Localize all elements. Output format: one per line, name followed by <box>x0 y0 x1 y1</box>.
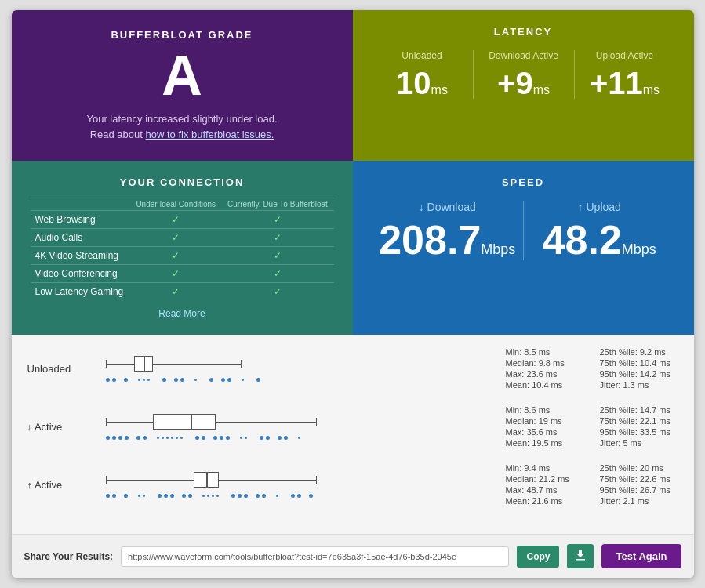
dot <box>278 436 282 440</box>
read-more-link[interactable]: Read More <box>31 308 334 319</box>
dot <box>266 436 270 440</box>
dot <box>238 494 242 498</box>
dot <box>147 379 150 381</box>
latency-columns: Unloaded 10ms Download Active +9ms Uploa… <box>372 50 675 99</box>
speed-upload: ↑ Upload 48.2Mbps <box>523 201 675 260</box>
connection-table: Under Ideal Conditions Currently, Due To… <box>31 198 334 300</box>
stat-jitter: Jitter: 2.1 ms <box>600 496 678 506</box>
stat-info-left: Min: 8.5 ms Median: 9.8 ms Max: 23.6 ms … <box>506 347 584 390</box>
speed-title: SPEED <box>502 176 544 188</box>
stat-p75: 75th %ile: 22.6 ms <box>600 474 678 484</box>
dot <box>245 437 247 439</box>
copy-button[interactable]: Copy <box>517 546 559 568</box>
box-rect <box>153 414 216 430</box>
upload-direction: ↑ Upload <box>524 201 675 213</box>
stat-row: ↑ Active Min: 9.4 ms Median: 21.2 ms Max… <box>27 463 678 506</box>
connection-row-label: Video Conferencing <box>31 265 131 283</box>
dot <box>143 436 147 440</box>
dot <box>112 436 116 440</box>
dot <box>157 437 159 439</box>
dot <box>124 494 128 498</box>
stat-min: Min: 8.5 ms <box>506 347 584 357</box>
whisker-cap-right <box>316 418 317 426</box>
stat-p95: 95th %ile: 14.2 ms <box>600 369 678 379</box>
dot <box>209 378 213 382</box>
whisker-cap-left <box>106 360 107 368</box>
dot <box>291 494 295 498</box>
stat-row: ↓ Active Min: 8.6 ms Median: 19 ms Max: … <box>27 405 678 448</box>
dot <box>260 436 263 440</box>
upload-unit: Mbps <box>622 241 656 257</box>
dot <box>164 494 168 498</box>
connection-current-check: ✓ <box>221 229 333 247</box>
table-row: Video Conferencing ✓ ✓ <box>31 265 334 283</box>
stat-min: Min: 8.6 ms <box>506 405 584 415</box>
speed-columns: ↓ Download 208.7Mbps ↑ Upload 48.2Mbps <box>372 201 675 260</box>
stat-label: ↓ Active <box>27 421 90 433</box>
dot <box>297 494 301 498</box>
bufferbloat-link[interactable]: how to fix bufferbloat issues. <box>146 129 274 140</box>
stat-median: Median: 19 ms <box>506 416 584 426</box>
stat-mean: Mean: 19.5 ms <box>506 438 584 448</box>
stat-p95: 95th %ile: 26.7 ms <box>600 485 678 495</box>
stat-info: Min: 8.5 ms Median: 9.8 ms Max: 23.6 ms … <box>506 347 678 390</box>
download-icon-button[interactable] <box>567 544 594 568</box>
table-row: Low Latency Gaming ✓ ✓ <box>31 283 334 301</box>
connection-row-label: Audio Calls <box>31 229 131 247</box>
whisker-cap-left <box>106 476 107 484</box>
dot <box>309 494 313 498</box>
dot <box>216 495 219 497</box>
dot <box>262 494 266 498</box>
test-again-button[interactable]: Test Again <box>601 544 681 568</box>
speed-panel: SPEED ↓ Download 208.7Mbps ↑ Upload 48.2… <box>353 161 694 335</box>
stat-median: Median: 21.2 ms <box>506 474 584 484</box>
dot <box>256 494 260 498</box>
dot <box>112 378 116 382</box>
dot <box>226 436 230 440</box>
stat-median: Median: 9.8 ms <box>506 358 584 368</box>
connection-panel: YOUR CONNECTION Under Ideal Conditions C… <box>12 161 353 335</box>
share-url-input[interactable] <box>121 546 509 567</box>
dot <box>118 436 122 440</box>
speed-download: ↓ Download 208.7Mbps <box>372 201 524 260</box>
dot <box>138 379 140 381</box>
dot <box>125 436 129 440</box>
connection-ideal-check: ✓ <box>130 211 221 229</box>
top-grid: BUFFERBLOAT GRADE A Your latency increas… <box>12 10 694 161</box>
latency-upload-unit: ms <box>643 83 660 96</box>
stat-max: Max: 23.6 ms <box>506 369 584 379</box>
stat-info-left: Min: 8.6 ms Median: 19 ms Max: 35.6 ms M… <box>506 405 584 448</box>
latency-upload-value: +11ms <box>575 67 675 99</box>
whisker-cap-left <box>106 418 107 426</box>
dot <box>182 494 186 498</box>
dot <box>174 378 178 382</box>
stat-info-right: 25th %ile: 20 ms 75th %ile: 22.6 ms 95th… <box>600 463 678 506</box>
stat-p25: 25th %ile: 20 ms <box>600 463 678 473</box>
bufferbloat-description-text: Your latency increased slightly under lo… <box>86 113 277 125</box>
stat-p25: 25th %ile: 14.7 ms <box>600 405 678 415</box>
dots-row <box>90 376 490 383</box>
dot <box>202 436 205 440</box>
download-unit: Mbps <box>481 241 515 257</box>
dot <box>276 495 278 497</box>
latency-download-header: Download Active <box>474 50 574 61</box>
stat-mean: Mean: 10.4 ms <box>506 380 584 390</box>
latency-panel: LATENCY Unloaded 10ms Download Active +9… <box>353 10 694 161</box>
dot <box>298 437 300 439</box>
bufferbloat-title: BUFFERBLOAT GRADE <box>111 29 253 41</box>
dot <box>212 495 214 497</box>
latency-unloaded: Unloaded 10ms <box>372 50 473 99</box>
upload-value: 48.2Mbps <box>524 220 675 260</box>
whisker-line <box>106 364 241 365</box>
middle-grid: YOUR CONNECTION Under Ideal Conditions C… <box>12 161 694 335</box>
download-icon <box>575 550 586 561</box>
latency-upload-header: Upload Active <box>575 50 675 61</box>
latency-upload-active: Upload Active +11ms <box>574 50 675 99</box>
latency-unloaded-header: Unloaded <box>372 50 473 61</box>
whisker-cap-right <box>316 476 317 484</box>
connection-ideal-check: ✓ <box>130 247 221 265</box>
latency-unloaded-value: 10ms <box>372 67 473 99</box>
dot <box>158 494 162 498</box>
latency-download-unit: ms <box>533 83 550 96</box>
whisker-container <box>90 412 404 431</box>
